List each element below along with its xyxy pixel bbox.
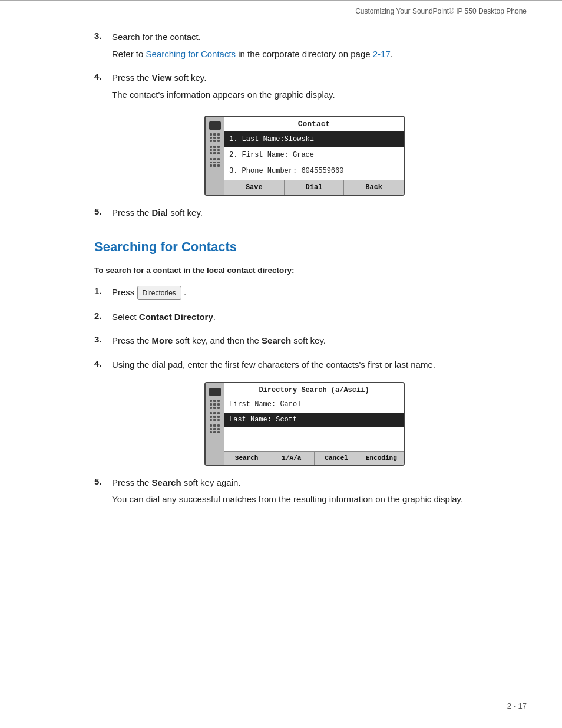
dir-phone-top-icon bbox=[209, 388, 221, 396]
grid-icon-3 bbox=[210, 158, 220, 167]
search-step-1-num: 1. bbox=[94, 286, 112, 304]
search-step-2: 2. Select Contact Directory. bbox=[94, 311, 515, 328]
dir-softkeys: Search 1/A/a Cancel Encoding bbox=[224, 451, 404, 465]
contact-display-title: Contact bbox=[224, 117, 404, 131]
dir-grid-icon-2 bbox=[210, 412, 220, 421]
phone-sidebar bbox=[206, 117, 224, 195]
dir-display-body: First Name: Carol Last Name: Scott bbox=[224, 397, 404, 450]
step-5-bold: Dial bbox=[152, 207, 168, 218]
step-4-top: 4. Press the View soft key. The contact'… bbox=[94, 71, 515, 105]
step-3-body: Search for the contact. Refer to Searchi… bbox=[112, 31, 515, 64]
searching-contacts-link[interactable]: Searching for Contacts bbox=[146, 49, 236, 59]
search-step-4: 4. Using the dial pad, enter the first f… bbox=[94, 358, 515, 375]
contact-row-1: 2. First Name: Grace bbox=[224, 147, 404, 163]
search-step-5-bold: Search bbox=[152, 477, 181, 487]
dir-phone-main: Directory Search (a/Ascii) First Name: C… bbox=[224, 383, 404, 464]
search-step-2-body: Select Contact Directory. bbox=[112, 311, 515, 328]
search-step-4-num: 4. bbox=[94, 358, 112, 375]
step-4-text: Press the View soft key. bbox=[112, 71, 515, 85]
phone-top-icon bbox=[209, 121, 221, 130]
search-step-2-num: 2. bbox=[94, 311, 112, 328]
dir-softkey-search[interactable]: Search bbox=[224, 452, 269, 465]
step-4-num: 4. bbox=[94, 71, 112, 105]
grid-icon-1 bbox=[210, 133, 220, 142]
contact-softkey-save[interactable]: Save bbox=[224, 180, 285, 195]
dir-grid-icon-3 bbox=[210, 424, 220, 433]
contact-softkey-back[interactable]: Back bbox=[344, 180, 404, 195]
search-step-5: 5. Press the Search soft key again. You … bbox=[94, 476, 515, 510]
search-step-2-text: Select Contact Directory. bbox=[112, 311, 515, 324]
contact-directory-bold: Contact Directory bbox=[139, 312, 213, 322]
step-5-top: 5. Press the Dial soft key. bbox=[94, 206, 515, 223]
search-step-1-body: Press Directories . bbox=[112, 286, 515, 304]
grid-icon-2 bbox=[210, 146, 220, 154]
contact-row-0: 1. Last Name:Slowski bbox=[224, 131, 404, 147]
search-step-3-num: 3. bbox=[94, 334, 112, 351]
main-content: 3. Search for the contact. Refer to Sear… bbox=[0, 25, 562, 541]
header-title: Customizing Your SoundPoint® IP 550 Desk… bbox=[355, 7, 527, 15]
more-bold: More bbox=[152, 335, 173, 345]
page-ref-link[interactable]: 2-17 bbox=[373, 49, 391, 59]
step-3-top: 3. Search for the contact. Refer to Sear… bbox=[94, 31, 515, 64]
dir-row-1: Last Name: Scott bbox=[224, 413, 404, 427]
search-step-3-text: Press the More soft key, and then the Se… bbox=[112, 334, 515, 348]
dir-grid-icon-1 bbox=[210, 400, 220, 409]
dir-softkey-cancel[interactable]: Cancel bbox=[315, 452, 359, 465]
dir-phone-sidebar bbox=[206, 383, 224, 464]
contact-softkeys: Save Dial Back bbox=[224, 180, 404, 195]
search-step-5-sub: You can dial any successful matches from… bbox=[112, 493, 515, 506]
search-step-1-text: Press Directories . bbox=[112, 286, 515, 300]
search-step-1: 1. Press Directories . bbox=[94, 286, 515, 304]
dir-search-display: Directory Search (a/Ascii) First Name: C… bbox=[204, 382, 405, 465]
search-step-4-body: Using the dial pad, enter the first few … bbox=[112, 358, 515, 375]
search-step-3-body: Press the More soft key, and then the Se… bbox=[112, 334, 515, 351]
search-step-3: 3. Press the More soft key, and then the… bbox=[94, 334, 515, 351]
search-step-5-text: Press the Search soft key again. bbox=[112, 476, 515, 490]
step-4-body: Press the View soft key. The contact's i… bbox=[112, 71, 515, 105]
step-3-text: Search for the contact. bbox=[112, 31, 515, 44]
phone-main: Contact 1. Last Name:Slowski 2. First Na… bbox=[224, 117, 404, 195]
search-step-5-num: 5. bbox=[94, 476, 112, 510]
dir-softkey-encoding[interactable]: Encoding bbox=[359, 452, 404, 465]
step-5-text: Press the Dial soft key. bbox=[112, 206, 515, 220]
step-4-bold: View bbox=[152, 73, 172, 83]
step-3-num: 3. bbox=[94, 31, 112, 64]
contact-row-2: 3. Phone Number: 6045559660 bbox=[224, 163, 404, 179]
page-header: Customizing Your SoundPoint® IP 550 Desk… bbox=[0, 0, 562, 19]
page-number: 2 - 17 bbox=[507, 701, 527, 710]
step-3-refer: Refer to Searching for Contacts in the c… bbox=[112, 48, 515, 61]
dir-softkey-1aa[interactable]: 1/A/a bbox=[269, 452, 314, 465]
section-heading-searching: Searching for Contacts bbox=[94, 239, 515, 255]
search-bold: Search bbox=[262, 335, 291, 345]
directories-button[interactable]: Directories bbox=[137, 286, 181, 300]
dir-display-title: Directory Search (a/Ascii) bbox=[224, 383, 404, 397]
dir-display-spacer bbox=[224, 427, 404, 451]
contact-display: Contact 1. Last Name:Slowski 2. First Na… bbox=[204, 116, 405, 196]
dir-row-0: First Name: Carol bbox=[224, 397, 404, 412]
contact-display-body: 1. Last Name:Slowski 2. First Name: Grac… bbox=[224, 131, 404, 180]
step-5-body: Press the Dial soft key. bbox=[112, 206, 515, 223]
step-5-num: 5. bbox=[94, 206, 112, 223]
contact-softkey-dial[interactable]: Dial bbox=[285, 180, 345, 195]
step-4-sub: The contact's information appears on the… bbox=[112, 88, 515, 102]
bold-instruction: To search for a contact in the local con… bbox=[94, 265, 515, 276]
search-step-5-body: Press the Search soft key again. You can… bbox=[112, 476, 515, 510]
search-step-4-text: Using the dial pad, enter the first few … bbox=[112, 358, 515, 372]
